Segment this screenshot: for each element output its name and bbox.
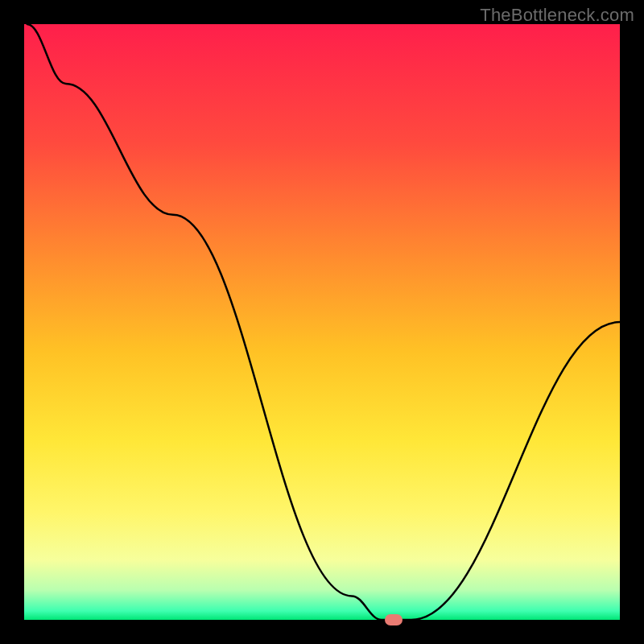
plot-area [24, 24, 620, 620]
bottleneck-curve [24, 24, 620, 620]
chart-container: TheBottleneck.com [0, 0, 644, 644]
watermark-text: TheBottleneck.com [480, 5, 634, 26]
minimum-marker [385, 614, 402, 625]
